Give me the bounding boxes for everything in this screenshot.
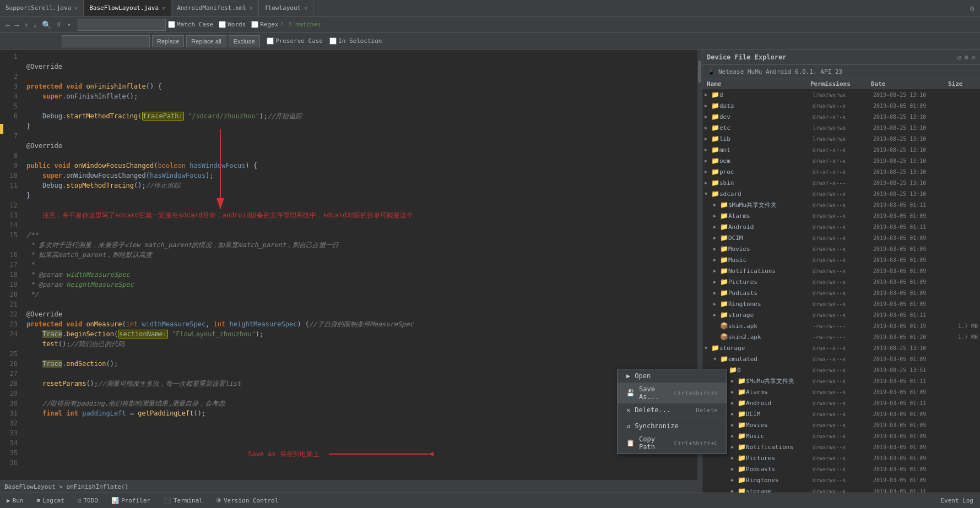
file-item[interactable]: ▶ 📁 lib lrwxrwxrwx 2019-08-25 13:10 <box>702 133 980 144</box>
file-item[interactable]: ▶ 📁 Music drwxrwx--x 2019-03-05 01:09 <box>702 254 980 265</box>
file-item[interactable]: ▶ 📁 Ringtones drwxrwx--x 2019-03-05 01:0… <box>702 474 980 485</box>
expand-arrow[interactable]: ▶ <box>705 136 710 141</box>
search-icon[interactable]: 🔍 <box>41 19 52 30</box>
expand-arrow[interactable]: ▶ <box>713 235 719 241</box>
regex-help[interactable]: ? <box>280 21 284 28</box>
expand-arrow[interactable]: ▶ <box>731 422 737 428</box>
expand-arrow[interactable]: ▶ <box>731 477 737 483</box>
expand-arrow[interactable]: ▶ <box>731 433 737 439</box>
settings-gear-icon[interactable]: ⚙ <box>965 53 968 61</box>
expand-arrow[interactable]: ▶ <box>731 400 737 406</box>
expand-arrow[interactable]: ▶ <box>731 389 737 395</box>
file-item[interactable]: ▶ 📁 Alarms drwxrwx--x 2019-03-05 01:09 <box>702 386 980 397</box>
expand-arrow[interactable]: ▶ <box>731 455 737 461</box>
file-item[interactable]: ▶ 📁 DCIM drwxrwx--x 2019-03-05 01:09 <box>702 408 980 419</box>
close-icon[interactable]: ✕ <box>74 5 78 11</box>
expand-arrow[interactable]: ▶ <box>731 378 737 384</box>
expand-arrow[interactable]: ▶ <box>713 257 719 263</box>
file-item[interactable]: ▶ 📁 Ringtones drwxrwx--x 2019-03-05 01:0… <box>702 298 980 309</box>
settings-icon[interactable]: ⚙ <box>970 4 974 13</box>
expand-arrow[interactable]: ▶ <box>713 301 719 307</box>
file-item[interactable]: ▶ 📁 d lrwxrwxrwx 2019-08-25 13:10 <box>702 89 980 100</box>
expand-arrow[interactable]: ▶ <box>713 268 719 274</box>
expand-arrow[interactable]: ▼ <box>705 345 710 351</box>
file-item[interactable]: ▼ 📁 emulated drwx--x--x 2019-03-05 01:09 <box>702 353 980 364</box>
expand-arrow[interactable]: ▶ <box>731 411 737 417</box>
find-input[interactable] <box>78 19 166 31</box>
expand-arrow[interactable]: ▶ <box>705 158 710 163</box>
file-item[interactable]: ▶ 📁 $MuMu共享文件夹 drwxrwx--x 2019-03-05 01:… <box>702 375 980 386</box>
match-case-checkbox[interactable] <box>168 21 175 28</box>
panel-close-icon[interactable]: ✕ <box>972 53 976 61</box>
context-delete[interactable]: ✕ Delete... Delete <box>618 403 727 417</box>
expand-arrow[interactable]: ▶ <box>705 114 710 119</box>
expand-arrow[interactable]: ▶ <box>705 103 710 108</box>
context-copy-path[interactable]: 📋 Copy Path Ctrl+Shift+C <box>618 433 727 454</box>
in-selection-label[interactable]: In Selection <box>329 37 382 45</box>
close-icon[interactable]: ✕ <box>250 5 253 11</box>
tab-baseflow[interactable]: BaseFlowLayout.java ✕ <box>84 0 171 16</box>
file-item[interactable]: ▶ 📁 dev drwxr-xr-x 2019-08-25 13:10 <box>702 111 980 122</box>
nav-icon-up[interactable]: ↑ <box>23 19 29 30</box>
file-item[interactable]: ▶ 📁 proc dr-xr-xr-x 2019-08-25 13:10 <box>702 166 980 177</box>
exclude-button[interactable]: Exclude <box>229 35 260 47</box>
file-item[interactable]: ▼ 📁 sdcard drwxrwx--x 2019-08-25 13:10 <box>702 188 980 199</box>
code-content[interactable]: 1 2 3 4 5 6 7 8 9 10 11 <box>0 50 697 480</box>
file-item[interactable]: ▶ 📁 $MuMu共享文件夹 drwxrwx--x 2019-03-05 01:… <box>702 199 980 210</box>
expand-arrow[interactable]: ▶ <box>713 246 719 252</box>
file-item[interactable]: ▶ 📁 data drwxrwx--x 2019-03-05 01:09 <box>702 100 980 111</box>
file-item[interactable]: ▶ 📁 sbin drwxr-x--- 2019-08-25 13:10 <box>702 177 980 188</box>
regex-label[interactable]: Regex ? <box>251 21 284 28</box>
expand-arrow[interactable]: ▶ <box>713 213 719 219</box>
file-item[interactable]: ▶ 📁 Movies drwxrwx--x 2019-03-05 01:09 <box>702 243 980 254</box>
expand-arrow[interactable]: ▶ <box>731 466 737 472</box>
logcat-button[interactable]: ≡ Logcat <box>35 496 67 505</box>
context-synchronize[interactable]: ↺ Synchronize <box>618 419 727 433</box>
expand-arrow[interactable]: ▶ <box>713 224 719 230</box>
replace-input[interactable] <box>62 35 150 47</box>
expand-arrow[interactable]: ▶ <box>705 169 710 174</box>
version-control-button[interactable]: ⑨ Version Control <box>214 496 280 505</box>
file-item[interactable]: ▶ 📁 Podcasts drwxrwx--x 2019-03-05 01:09 <box>702 287 980 298</box>
file-item[interactable]: ▶ 📁 Notifications drwxrwx--x 2019-03-05 … <box>702 265 980 276</box>
file-item[interactable]: ▶ 📁 Music drwxrwx--x 2019-03-05 01:09 <box>702 430 980 441</box>
preserve-case-checkbox[interactable] <box>267 37 274 45</box>
expand-arrow[interactable]: ▶ <box>713 290 719 296</box>
expand-arrow[interactable]: ▶ <box>713 279 719 285</box>
expand-arrow[interactable]: ▶ <box>705 147 710 152</box>
words-label[interactable]: Words <box>219 21 246 28</box>
expand-arrow[interactable]: ▶ <box>705 92 710 97</box>
file-item[interactable]: ▶ 📁 Pictures drwxrwx--x 2019-03-05 01:09 <box>702 276 980 287</box>
expand-arrow[interactable]: ▶ <box>713 202 719 207</box>
filter-icon[interactable]: ▾ <box>67 21 71 29</box>
file-item[interactable]: ▶ 📁 Android drwxrwx--x 2019-03-05 01:11 <box>702 221 980 232</box>
expand-arrow[interactable]: ▶ <box>713 312 719 318</box>
run-button[interactable]: ▶ Run <box>4 496 26 505</box>
file-item[interactable]: ▶ 📁 etc lrwxrwxrwx 2019-08-25 13:10 <box>702 122 980 133</box>
file-item[interactable]: ▶ 📁 DCIM drwxrwx--x 2019-03-05 01:09 <box>702 232 980 243</box>
file-item[interactable]: ▶ 📁 mnt drwxr-xr-x 2019-08-25 13:10 <box>702 144 980 155</box>
preserve-case-label[interactable]: Preserve Case <box>267 37 323 45</box>
expand-arrow[interactable]: ▶ <box>731 444 737 450</box>
file-tree[interactable]: ▶ 📁 d lrwxrwxrwx 2019-08-25 13:10 ▶ 📁 da… <box>702 89 980 493</box>
tab-manifest[interactable]: AndroidManifest.xml ✕ <box>171 0 259 16</box>
terminal-button[interactable]: ⬛ Terminal <box>161 496 205 505</box>
file-item[interactable]: ▶ 📁 Movies drwxrwx--x 2019-03-05 01:09 <box>702 419 980 430</box>
file-item[interactable]: ▶ 📁 oem drwxr-xr-x 2019-08-25 13:10 <box>702 155 980 166</box>
expand-arrow[interactable]: ▶ <box>705 125 710 130</box>
replace-button[interactable]: Replace <box>152 35 184 47</box>
file-item[interactable]: ▼ 📁 0 drwxrwx--x 2019-08-25 13:51 <box>702 364 980 375</box>
file-item[interactable]: ▼ 📁 storage drwx--x--x 2019-08-25 13:10 <box>702 342 980 353</box>
file-item[interactable]: ▶ 📁 storage drwxrwx--x 2019-03-05 01:11 <box>702 485 980 493</box>
context-open[interactable]: ▶ Open <box>618 369 727 383</box>
sync-icon[interactable]: ↺ <box>957 53 961 61</box>
todo-button[interactable]: ☑ TODO <box>75 496 100 505</box>
match-case-label[interactable]: Match Case <box>168 21 213 28</box>
tab-supportscroll[interactable]: SupportScroll.java ✕ <box>0 0 84 16</box>
file-item[interactable]: ▶ 📁 Podcasts drwxrwx--x 2019-03-05 01:09 <box>702 463 980 474</box>
words-checkbox[interactable] <box>219 21 226 28</box>
file-item[interactable]: ▶ 📁 storage drwxrwx--x 2019-03-05 01:11 <box>702 309 980 320</box>
expand-arrow[interactable]: ▶ <box>705 180 710 185</box>
pause-icon[interactable]: ⏸ <box>55 20 63 29</box>
file-item[interactable]: ▶ 📁 Notifications drwxrwx--x 2019-03-05 … <box>702 441 980 452</box>
